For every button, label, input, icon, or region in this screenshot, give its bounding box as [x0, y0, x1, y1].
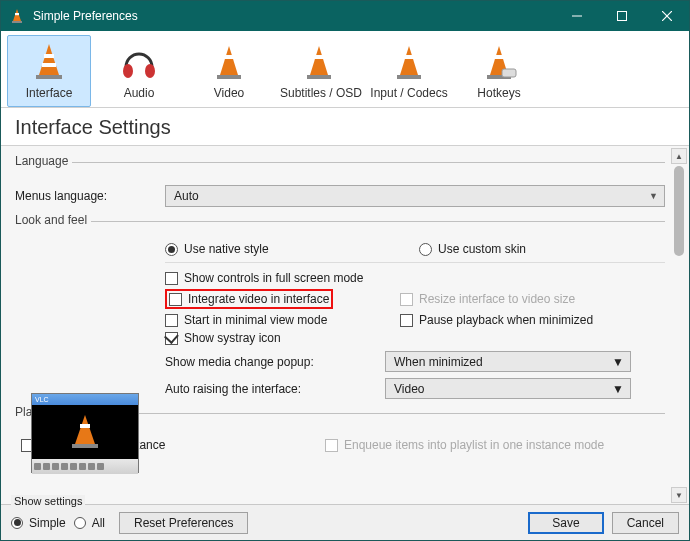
svg-rect-4: [617, 12, 626, 21]
select-value: When minimized: [394, 355, 483, 369]
group-label: Look and feel: [15, 213, 91, 227]
svg-marker-19: [400, 46, 418, 75]
cone-icon: [370, 40, 448, 84]
category-label: Audio: [100, 86, 178, 100]
group-language: Language Menus language: Auto ▼: [15, 162, 665, 207]
button-label: Cancel: [627, 516, 664, 530]
check-label: Integrate video in interface: [188, 292, 329, 306]
check-label: Show systray icon: [184, 331, 281, 345]
vertical-scrollbar[interactable]: ▲ ▼: [671, 148, 687, 503]
category-audio[interactable]: Audio: [97, 35, 181, 107]
svg-rect-25: [502, 69, 516, 77]
radio-label: All: [92, 516, 105, 530]
check-enqueue: [325, 439, 338, 452]
minimize-button[interactable]: [554, 1, 599, 31]
check-label: Start in minimal view mode: [184, 313, 327, 327]
scroll-up-icon[interactable]: ▲: [671, 148, 687, 164]
maximize-button[interactable]: [599, 1, 644, 31]
svg-rect-28: [72, 444, 98, 448]
category-label: Subtitles / OSD: [280, 86, 358, 100]
chevron-down-icon: ▼: [612, 382, 624, 396]
svg-rect-15: [217, 75, 241, 79]
titlebar: Simple Preferences: [1, 1, 689, 31]
auto-raise-label: Auto raising the interface:: [165, 382, 385, 396]
check-integrate-video[interactable]: [169, 293, 182, 306]
svg-rect-14: [225, 55, 234, 59]
svg-rect-8: [44, 54, 54, 58]
cone-icon: [190, 40, 268, 84]
svg-rect-21: [397, 75, 421, 79]
svg-rect-9: [42, 63, 56, 67]
check-label: Enqueue items into playlist in one insta…: [344, 438, 604, 452]
category-input-codecs[interactable]: Input / Codecs: [367, 35, 451, 107]
headphones-icon: [100, 40, 178, 84]
svg-marker-16: [310, 46, 328, 75]
button-label: Reset Preferences: [134, 516, 233, 530]
svg-rect-17: [315, 55, 324, 59]
category-label: Input / Codecs: [370, 86, 448, 100]
svg-point-11: [123, 64, 133, 78]
category-video[interactable]: Video: [187, 35, 271, 107]
svg-rect-20: [405, 55, 414, 59]
category-label: Video: [190, 86, 268, 100]
svg-rect-10: [36, 75, 62, 79]
cone-icon: [460, 40, 538, 84]
media-change-popup-select[interactable]: When minimized ▼: [385, 351, 631, 372]
select-value: Video: [394, 382, 424, 396]
divider: [165, 262, 665, 263]
svg-rect-18: [307, 75, 331, 79]
category-label: Hotkeys: [460, 86, 538, 100]
svg-rect-2: [12, 21, 22, 23]
chevron-down-icon: ▼: [649, 191, 658, 201]
scroll-down-icon[interactable]: ▼: [671, 487, 687, 503]
button-label: Save: [552, 516, 579, 530]
save-button[interactable]: Save: [528, 512, 603, 534]
svg-marker-13: [220, 46, 238, 75]
app-icon: [9, 8, 25, 24]
menus-language-label: Menus language:: [15, 189, 165, 203]
page-title: Interface Settings: [1, 108, 689, 145]
category-hotkeys[interactable]: Hotkeys: [457, 35, 541, 107]
svg-point-12: [145, 64, 155, 78]
check-label: Resize interface to video size: [419, 292, 575, 306]
cone-icon: [280, 40, 358, 84]
media-change-popup-label: Show media change popup:: [165, 355, 385, 369]
svg-rect-1: [15, 13, 19, 15]
svg-rect-27: [80, 424, 90, 428]
svg-rect-23: [495, 55, 504, 59]
check-fullscreen-controls[interactable]: [165, 272, 178, 285]
menus-language-select[interactable]: Auto ▼: [165, 185, 665, 207]
window-title: Simple Preferences: [33, 9, 554, 23]
group-look-feel: Look and feel Use native style Use custo…: [15, 221, 665, 399]
reset-preferences-button[interactable]: Reset Preferences: [119, 512, 248, 534]
radio-label: Use native style: [184, 242, 269, 256]
radio-label: Simple: [29, 516, 66, 530]
check-resize-to-video: [400, 293, 413, 306]
check-pause-minimized[interactable]: [400, 314, 413, 327]
category-subtitles[interactable]: Subtitles / OSD: [277, 35, 361, 107]
check-start-minimal[interactable]: [165, 314, 178, 327]
group-label: Language: [15, 154, 72, 168]
close-button[interactable]: [644, 1, 689, 31]
radio-native-style[interactable]: [165, 243, 178, 256]
svg-marker-26: [75, 415, 95, 444]
cancel-button[interactable]: Cancel: [612, 512, 679, 534]
category-tabbar: Interface Audio Video: [1, 31, 689, 108]
highlighted-option: Integrate video in interface: [165, 289, 333, 309]
radio-all[interactable]: [74, 517, 86, 529]
select-value: Auto: [174, 189, 199, 203]
chevron-down-icon: ▼: [612, 355, 624, 369]
skin-preview-thumbnail: VLC: [31, 393, 139, 473]
radio-simple[interactable]: [11, 517, 23, 529]
auto-raise-select[interactable]: Video ▼: [385, 378, 631, 399]
show-settings-label: Show settings: [11, 495, 85, 507]
radio-label: Use custom skin: [438, 242, 526, 256]
check-label: Pause playback when minimized: [419, 313, 593, 327]
svg-marker-7: [39, 44, 59, 75]
category-interface[interactable]: Interface: [7, 35, 91, 107]
radio-custom-skin[interactable]: [419, 243, 432, 256]
scroll-thumb[interactable]: [674, 166, 684, 256]
cone-icon: [10, 40, 88, 84]
check-label: Show controls in full screen mode: [184, 271, 363, 285]
check-systray[interactable]: [165, 332, 178, 345]
